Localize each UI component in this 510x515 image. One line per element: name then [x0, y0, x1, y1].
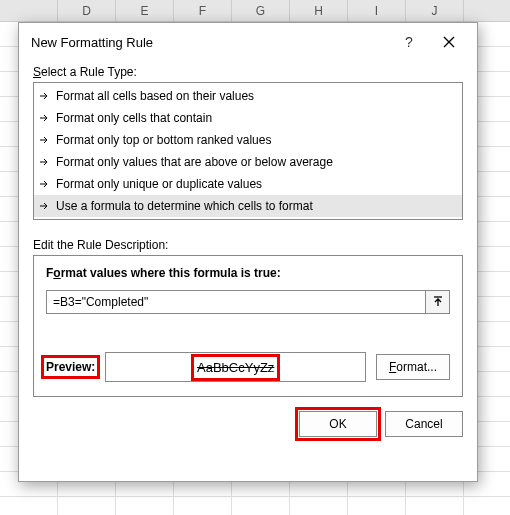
rule-type-item[interactable]: Format only cells that contain: [34, 107, 462, 129]
cell[interactable]: [348, 497, 406, 515]
rule-type-item[interactable]: Format only top or bottom ranked values: [34, 129, 462, 151]
rule-type-label: Format only values that are above or bel…: [56, 154, 333, 170]
ok-button[interactable]: OK: [299, 411, 377, 437]
column-header[interactable]: H: [290, 0, 348, 22]
cell[interactable]: [174, 497, 232, 515]
column-header[interactable]: [464, 0, 510, 22]
cell[interactable]: [290, 497, 348, 515]
rule-type-label: Format only cells that contain: [56, 110, 212, 126]
column-header[interactable]: F: [174, 0, 232, 22]
rule-type-label: Use a formula to determine which cells t…: [56, 198, 313, 214]
formula-row: [46, 290, 450, 314]
rule-type-label: Format only top or bottom ranked values: [56, 132, 271, 148]
rule-type-item[interactable]: Use a formula to determine which cells t…: [34, 195, 462, 217]
rule-type-label: Format all cells based on their values: [56, 88, 254, 104]
rule-type-item[interactable]: Format all cells based on their values: [34, 85, 462, 107]
column-header[interactable]: G: [232, 0, 290, 22]
formula-label: Format values where this formula is true…: [46, 266, 450, 280]
bullet-icon: [40, 114, 50, 122]
dialog-titlebar: New Formatting Rule ?: [29, 29, 469, 55]
collapse-dialog-icon: [432, 296, 444, 308]
range-selector-button[interactable]: [426, 290, 450, 314]
column-header[interactable]: D: [58, 0, 116, 22]
rule-type-list[interactable]: Format all cells based on their valuesFo…: [33, 82, 463, 220]
bullet-icon: [40, 136, 50, 144]
rule-description-group: Format values where this formula is true…: [33, 255, 463, 397]
bullet-icon: [40, 92, 50, 100]
rule-type-label: Format only unique or duplicate values: [56, 176, 262, 192]
cell[interactable]: [406, 497, 464, 515]
close-button[interactable]: [429, 29, 469, 55]
preview-label: Preview:: [46, 360, 95, 374]
cell[interactable]: [58, 497, 116, 515]
column-header[interactable]: J: [406, 0, 464, 22]
cell[interactable]: [232, 497, 290, 515]
cell[interactable]: [464, 497, 510, 515]
select-rule-type-label: Select a Rule Type:: [33, 65, 463, 79]
bullet-icon: [40, 180, 50, 188]
cell[interactable]: [0, 497, 58, 515]
preview-box: AaBbCcYyZz: [105, 352, 366, 382]
preview-row: Preview: AaBbCcYyZz Format...: [46, 352, 450, 382]
rule-type-item[interactable]: Format only values that are above or bel…: [34, 151, 462, 173]
edit-description-label: Edit the Rule Description:: [33, 238, 463, 252]
bullet-icon: [40, 158, 50, 166]
new-formatting-rule-dialog: New Formatting Rule ? Select a Rule Type…: [18, 22, 478, 482]
preview-sample-text: AaBbCcYyZz: [197, 360, 274, 375]
cancel-button[interactable]: Cancel: [385, 411, 463, 437]
rule-type-item[interactable]: Format only unique or duplicate values: [34, 173, 462, 195]
help-button[interactable]: ?: [389, 29, 429, 55]
dialog-button-row: OK Cancel: [33, 411, 463, 437]
bullet-icon: [40, 202, 50, 210]
column-header[interactable]: [0, 0, 58, 22]
column-header[interactable]: E: [116, 0, 174, 22]
column-header[interactable]: I: [348, 0, 406, 22]
cell[interactable]: [116, 497, 174, 515]
dialog-title: New Formatting Rule: [29, 35, 389, 50]
formula-input[interactable]: [46, 290, 426, 314]
format-button[interactable]: Format...: [376, 354, 450, 380]
close-icon: [443, 36, 455, 48]
